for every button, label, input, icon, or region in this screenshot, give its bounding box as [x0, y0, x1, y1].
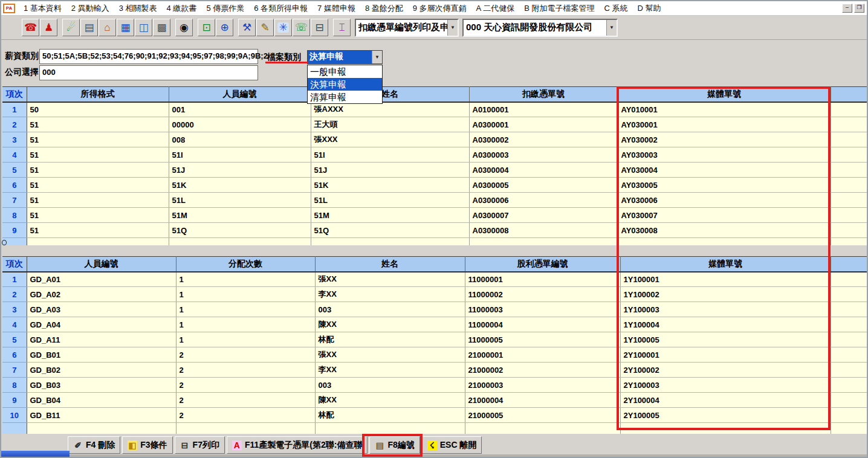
cell[interactable]: GD_B02 [27, 363, 176, 378]
delete-button[interactable]: ✐F4 刪除 [68, 436, 120, 454]
row-number[interactable]: 2 [2, 287, 27, 302]
file-type-option[interactable]: 決算申報 [308, 78, 382, 91]
row-number[interactable] [2, 423, 27, 434]
cell[interactable]: 51L [311, 193, 469, 208]
row-number[interactable]: 6 [2, 347, 27, 363]
cell[interactable]: 張XX [315, 347, 465, 363]
table-row[interactable]: 2GD_A021李XX110000021Y100002 [2, 287, 868, 302]
note-icon-button[interactable]: ✎ [256, 19, 274, 36]
cell[interactable] [831, 287, 868, 302]
cell[interactable]: 21000003 [465, 378, 620, 393]
row-number[interactable]: 1 [2, 102, 27, 117]
cell[interactable]: 51Q [169, 223, 311, 238]
cell[interactable]: 51M [169, 208, 311, 223]
cell[interactable]: 1 [176, 317, 315, 332]
cell[interactable]: AY030002 [618, 132, 831, 147]
row-number[interactable]: 10 [2, 408, 27, 423]
file-type-option[interactable]: 清算申報 [308, 91, 382, 103]
cell[interactable]: 1 [176, 287, 315, 302]
alarm-phone-icon-button[interactable]: ☎ [22, 19, 39, 36]
table-row[interactable]: 1GD_A011張XX110000011Y100001 [2, 272, 868, 287]
empty-row[interactable] [2, 238, 868, 246]
cell[interactable] [469, 238, 618, 246]
report-select[interactable]: 扣繳憑單編號列印及申 ▼ [355, 19, 459, 37]
cell[interactable]: 林配 [315, 332, 465, 347]
cell[interactable] [831, 317, 868, 332]
generate-evoucher-button[interactable]: AF11產製電子憑單(第2聯:備查聯 [227, 436, 368, 454]
cell[interactable]: GD_B01 [27, 347, 176, 363]
calendar-grid-icon-button[interactable]: ▦ [117, 19, 134, 36]
cell[interactable]: 2Y100001 [620, 347, 831, 363]
cell[interactable]: A0300003 [469, 147, 618, 163]
cell[interactable]: 51 [27, 163, 169, 178]
cell[interactable] [831, 347, 868, 363]
menu-item[interactable]: 9 多層次傳直銷 [408, 2, 471, 15]
cell[interactable]: AY030005 [618, 178, 831, 193]
cell[interactable]: 1 [176, 332, 315, 347]
menu-item[interactable]: 4 繳款書 [162, 2, 202, 15]
cell[interactable]: 51M [311, 208, 469, 223]
cell[interactable] [831, 178, 868, 193]
cell[interactable] [831, 132, 868, 147]
cell[interactable] [831, 117, 868, 132]
cell[interactable]: GD_A04 [27, 317, 176, 332]
table-row[interactable]: 8GD_B032003210000032Y100003 [2, 378, 868, 393]
cell[interactable]: 00000 [169, 117, 311, 132]
row-number[interactable]: 5 [2, 163, 27, 178]
cell[interactable]: AY030008 [618, 223, 831, 238]
cell[interactable]: A0300001 [469, 117, 618, 132]
cell[interactable]: 51I [311, 147, 469, 163]
calculator-icon-button[interactable]: ▩ [153, 19, 170, 36]
cell[interactable]: 21000001 [465, 347, 620, 363]
empty-row[interactable] [2, 423, 868, 434]
cell[interactable]: 008 [169, 132, 311, 147]
cell[interactable]: 2 [176, 393, 315, 408]
cell[interactable]: AY010001 [618, 102, 831, 117]
menu-item[interactable]: 1 基本資料 [19, 2, 66, 15]
menu-item[interactable]: 3 相關製表 [114, 2, 162, 15]
cell[interactable]: 陳XX [315, 393, 465, 408]
cell[interactable]: 51K [169, 178, 311, 193]
cell[interactable]: 51L [169, 193, 311, 208]
cell[interactable] [831, 272, 868, 287]
cell[interactable]: 21000002 [465, 363, 620, 378]
cell[interactable]: 李XX [315, 363, 465, 378]
row-number[interactable]: 3 [2, 132, 27, 147]
cell[interactable]: 1Y100001 [620, 272, 831, 287]
cell[interactable] [831, 223, 868, 238]
cell[interactable] [831, 363, 868, 378]
cell[interactable]: 2 [176, 378, 315, 393]
cell[interactable]: 林配 [315, 408, 465, 423]
cell[interactable]: AY030007 [618, 208, 831, 223]
chevron-down-icon[interactable]: ▼ [447, 20, 458, 36]
row-number[interactable]: 2 [2, 117, 27, 132]
menu-item[interactable]: B 附加電子檔案管理 [519, 2, 599, 15]
tools-icon-button[interactable]: ⚒ [238, 19, 256, 36]
row-number[interactable]: 3 [2, 302, 27, 317]
table-row[interactable]: 9GD_B042陳XX210000042Y100004 [2, 393, 868, 408]
cell[interactable] [831, 208, 868, 223]
table-row[interactable]: 4GD_A041陳XX110000041Y100004 [2, 317, 868, 332]
cell[interactable]: 51 [27, 117, 169, 132]
cell[interactable] [620, 423, 831, 434]
minimize-button[interactable]: – [842, 4, 852, 13]
cell[interactable]: GD_B04 [27, 393, 176, 408]
satellite-dish-icon-button[interactable]: ☄ [62, 19, 80, 36]
cell[interactable]: 1Y100003 [620, 302, 831, 317]
cell[interactable]: 1 [176, 302, 315, 317]
cell[interactable]: 2 [176, 363, 315, 378]
cell[interactable]: 張XX [315, 272, 465, 287]
cell[interactable]: 11000001 [465, 272, 620, 287]
row-number[interactable]: 7 [2, 193, 27, 208]
cell[interactable]: 51I [169, 147, 311, 163]
cell[interactable]: GD_A03 [27, 302, 176, 317]
row-number[interactable]: 5 [2, 332, 27, 347]
cell[interactable]: 21000005 [465, 408, 620, 423]
row-number[interactable]: 9 [2, 223, 27, 238]
cell[interactable]: AY030003 [618, 147, 831, 163]
table-row[interactable]: 150001張AXXXA0100001AY010001 [2, 102, 868, 117]
printer-icon-button[interactable]: ⊟ [311, 19, 328, 36]
numbering-button[interactable]: ▤F8編號 [369, 436, 419, 454]
cell[interactable]: 51Q [311, 223, 469, 238]
cell[interactable] [618, 238, 831, 246]
